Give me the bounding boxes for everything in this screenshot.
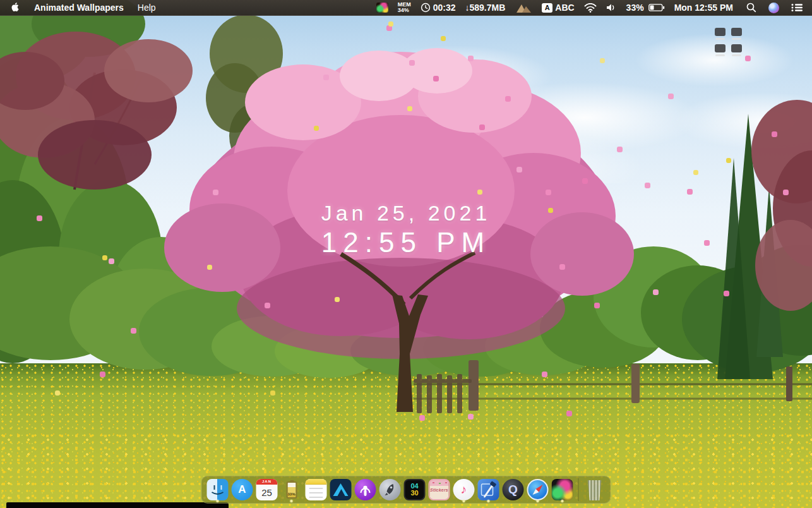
xcode-icon (478, 479, 499, 500)
input-method-icon: A (542, 3, 552, 13)
rocket-icon (379, 479, 401, 500)
dock-item-animated-wallpapers[interactable] (551, 476, 574, 503)
calendar-day: 25 (256, 485, 278, 500)
clock-icon (421, 3, 431, 13)
mountain-icon (515, 3, 532, 13)
dock-item-affinity-designer[interactable] (330, 476, 352, 503)
dock: A JAN 25 33% (201, 476, 611, 504)
menubar-datetime: Mon 12:55 PM (674, 3, 733, 13)
menubar-memory-status[interactable]: MEM 34% (398, 2, 411, 14)
running-indicator (217, 500, 219, 502)
dock-item-countdown[interactable]: 04 30 (403, 476, 426, 503)
dock-item-trash[interactable] (583, 476, 606, 503)
dock-item-finder[interactable] (206, 476, 229, 503)
menubar-mounty-app[interactable] (515, 3, 532, 13)
dock-item-calendar[interactable]: JAN 25 (256, 476, 278, 503)
quicktime-icon: Q (503, 479, 524, 500)
apple-logo-icon (11, 3, 20, 13)
dock-item-notes[interactable] (305, 476, 328, 503)
dock-item-stickers[interactable]: Stickers (428, 476, 451, 503)
running-indicator (487, 500, 490, 502)
menubar-siri[interactable] (768, 3, 779, 13)
running-indicator (290, 500, 293, 502)
desktop-file-icon[interactable] (731, 44, 742, 56)
app-store-icon: A (232, 479, 253, 500)
wallpaper-letterbox-strip (6, 502, 229, 508)
dock-item-rocket-launcher[interactable] (379, 476, 402, 503)
dock-item-safari[interactable] (527, 476, 549, 503)
desktop-file-icon[interactable] (715, 28, 725, 40)
menubar-fireworks-app[interactable] (376, 3, 388, 13)
battery-percent: 33% (626, 3, 644, 13)
menubar-network-download[interactable]: ↓589.7MB (465, 3, 505, 13)
calendar-month: JAN (256, 479, 278, 485)
input-method-name: ABC (555, 3, 574, 13)
animated-wallpapers-icon (552, 479, 573, 500)
menubar-volume[interactable] (606, 3, 617, 12)
dock-item-music[interactable]: ♪ (453, 476, 475, 503)
volume-icon (606, 3, 617, 12)
siri-icon (768, 3, 779, 13)
dock-item-quicktime[interactable]: Q (502, 476, 525, 503)
finder-icon (207, 479, 229, 500)
music-note-glyph: ♪ (461, 483, 467, 497)
podcasts-icon (355, 479, 376, 500)
timer-value: 00:32 (433, 3, 456, 13)
menu-bar: Animated Wallpapers Help MEM 34% 00:32 ↓… (0, 0, 812, 16)
countdown-bottom: 30 (410, 490, 418, 497)
menubar-timer[interactable]: 00:32 (421, 3, 456, 13)
battery-icon (648, 4, 665, 11)
wifi-icon (584, 3, 597, 13)
quicktime-glyph: Q (508, 483, 518, 497)
countdown-icon: 04 30 (404, 479, 426, 500)
stickers-icon: Stickers (429, 479, 450, 500)
desktop-file-icon[interactable] (731, 28, 742, 40)
running-indicator (561, 500, 564, 502)
apple-menu[interactable] (11, 3, 20, 13)
desktop: Jan 25, 2021 12:55 PM Animated Wallpaper… (0, 0, 812, 508)
notes-icon (306, 479, 327, 500)
running-indicator (537, 500, 539, 502)
affinity-designer-icon (330, 479, 352, 500)
dock-item-xcode[interactable] (477, 476, 500, 503)
wallpaper-trees (0, 0, 812, 508)
stickers-label: Stickers (430, 488, 448, 492)
dock-item-app-store[interactable]: A (231, 476, 254, 503)
desktop-files-grid[interactable] (715, 28, 742, 56)
fireworks-app-icon (376, 3, 388, 13)
notification-list-icon (791, 3, 803, 12)
calendar-icon: JAN 25 (256, 479, 278, 500)
mem-value: 34% (398, 8, 411, 14)
menubar-spotlight[interactable] (746, 3, 756, 13)
menubar-input-source[interactable]: A ABC (542, 3, 574, 13)
desktop-file-icon[interactable] (715, 44, 725, 56)
dock-item-podcasts[interactable] (354, 476, 377, 503)
menubar-clock[interactable]: Mon 12:55 PM (674, 3, 733, 13)
menubar-notification-center[interactable] (791, 3, 803, 12)
spotlight-search-icon (746, 3, 756, 13)
battery-app-percent: 33% (287, 492, 296, 496)
app-store-glyph: A (238, 483, 246, 496)
download-value: ↓589.7MB (465, 3, 505, 13)
menubar-battery[interactable]: 33% (626, 3, 665, 13)
menubar-app-name[interactable]: Animated Wallpapers (34, 3, 124, 13)
music-icon: ♪ (453, 479, 475, 500)
trash-icon (587, 480, 603, 500)
menubar-wifi[interactable] (584, 3, 597, 13)
menubar-help-menu[interactable]: Help (138, 3, 156, 13)
running-indicator (463, 500, 465, 502)
safari-icon (527, 479, 549, 500)
dock-item-battery-app[interactable]: 33% (280, 476, 303, 503)
dock-separator (578, 478, 579, 501)
battery-app-icon: 33% (281, 479, 302, 500)
